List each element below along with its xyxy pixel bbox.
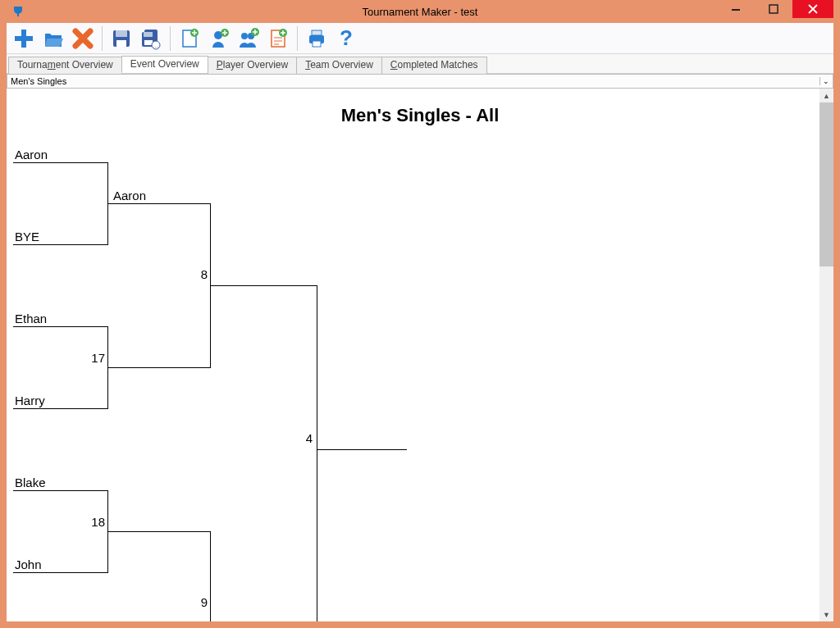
floppy-icon: [111, 28, 132, 49]
svg-rect-1: [732, 9, 740, 11]
printer-icon: [306, 28, 327, 49]
svg-rect-7: [116, 40, 126, 47]
bracket-content-area: Men's Singles - All Aaron BYE Ethan Harr…: [7, 89, 833, 621]
match-score: 8: [195, 267, 208, 281]
window-close-button[interactable]: [792, 0, 833, 18]
add-player-button[interactable]: [205, 25, 233, 52]
print-button[interactable]: [303, 25, 331, 52]
tab-player-overview[interactable]: Player Overview: [208, 57, 297, 74]
match-score: 17: [89, 351, 105, 365]
player-label: Harry: [15, 394, 45, 407]
save-all-button[interactable]: …: [137, 25, 165, 52]
tabs-row: Tournament Overview Event Overview Playe…: [7, 54, 833, 74]
event-selector-dropdown[interactable]: Men's Singles ⌄: [7, 74, 833, 89]
svg-rect-10: [144, 32, 153, 37]
tab-event-overview[interactable]: Event Overview: [121, 56, 208, 73]
svg-rect-6: [116, 30, 127, 37]
player-label: Aaron: [113, 189, 146, 203]
match-score: 4: [300, 431, 313, 445]
match-score: 9: [195, 595, 208, 609]
svg-text:…: …: [153, 42, 159, 49]
player-label: Aaron: [15, 148, 48, 162]
player-label: Ethan: [15, 312, 47, 325]
window-maximize-button[interactable]: [755, 0, 792, 18]
event-selector-value: Men's Singles: [11, 76, 66, 86]
people-plus-icon: [237, 28, 260, 49]
new-sheet-button[interactable]: [264, 25, 292, 52]
scroll-up-button[interactable]: ▲: [819, 89, 833, 102]
tab-team-overview[interactable]: Team Overview: [296, 57, 382, 74]
save-button[interactable]: [107, 25, 135, 52]
add-button[interactable]: [10, 25, 38, 52]
titlebar: Tournament Maker - test: [7, 0, 833, 23]
window-title: Tournament Maker - test: [7, 6, 833, 18]
tab-tournament-overview[interactable]: Tournament Overview: [8, 57, 122, 74]
folder-open-icon: [42, 27, 65, 50]
bracket-title: Men's Singles - All: [7, 89, 833, 126]
help-button[interactable]: ?: [332, 25, 360, 52]
floppy-multi-icon: …: [139, 27, 162, 50]
vertical-scrollbar[interactable]: ▲ ▼: [819, 89, 833, 621]
toolbar: …: [7, 23, 833, 54]
tab-completed-matches[interactable]: Completed Matches: [381, 57, 487, 74]
svg-rect-11: [144, 40, 153, 45]
new-sheet-icon: [267, 28, 289, 49]
player-label: BYE: [15, 230, 39, 243]
new-doc-icon: [179, 28, 200, 49]
svg-point-17: [241, 33, 248, 39]
chevron-down-icon: ⌄: [819, 77, 831, 85]
person-plus-icon: [208, 28, 230, 49]
open-button[interactable]: [39, 25, 67, 52]
player-label: Blake: [15, 476, 46, 489]
player-label: John: [15, 557, 42, 571]
add-team-button[interactable]: [235, 25, 262, 52]
window-minimize-button[interactable]: [717, 0, 755, 18]
new-document-button[interactable]: [176, 25, 203, 52]
svg-rect-2: [769, 5, 778, 13]
help-icon: ?: [335, 27, 358, 50]
delete-button[interactable]: [69, 25, 97, 52]
scroll-down-button[interactable]: ▼: [819, 608, 833, 621]
svg-text:?: ?: [340, 27, 353, 50]
x-icon: [71, 27, 94, 50]
scroll-thumb[interactable]: [819, 102, 833, 266]
svg-rect-4: [15, 36, 33, 41]
svg-rect-21: [312, 30, 322, 35]
plus-icon: [12, 27, 35, 50]
svg-rect-23: [313, 41, 321, 47]
match-score: 18: [89, 515, 105, 529]
